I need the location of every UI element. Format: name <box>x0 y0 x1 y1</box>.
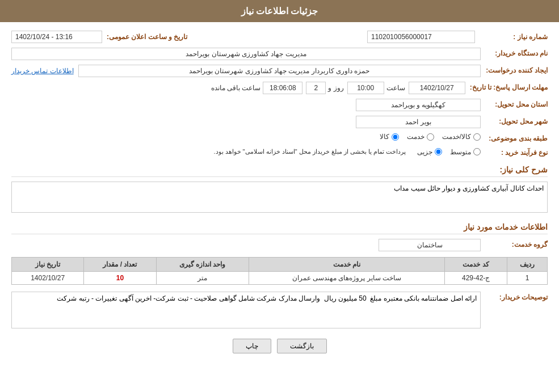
nam-dastgah-label: نام دستگاه خریدار: <box>495 49 548 57</box>
print-button[interactable]: چاپ <box>233 339 271 353</box>
radio-motovaset-input[interactable] <box>473 148 481 155</box>
radio-motovaset[interactable]: متوسط <box>450 148 481 156</box>
note-farayand: پرداخت تمام یا بخشی از مبلغ خریداز محل "… <box>213 147 406 157</box>
ostan-label: استان محل تحویل: <box>495 100 548 108</box>
col-radif: ردیف <box>507 257 547 271</box>
services-table-section: ردیف کد خدمت نام خدمت واحد اندازه گیری ت… <box>11 257 548 285</box>
shahr-value: بویر احمد <box>356 116 481 128</box>
cell-qty: 10 <box>84 271 156 284</box>
page-header: جزئیات اطلاعات نیاز <box>0 0 559 22</box>
shahr-label: شهر محل تحویل: <box>499 117 548 125</box>
tosif-label: توصیحات خریدار: <box>499 293 548 301</box>
cell-name: ساخت سایر پروژه‌های مهندسی عمران <box>249 271 445 284</box>
radio-kala[interactable]: کالا <box>380 133 399 141</box>
ostan-value: کهگیلویه و بویراحمد <box>356 99 481 111</box>
cell-code: ج-42-429 <box>445 271 507 284</box>
radio-motovaset-label: متوسط <box>450 148 471 156</box>
col-date: تاریخ نیاز <box>12 257 84 271</box>
col-name: نام خدمت <box>249 257 445 271</box>
action-buttons: بازگشت چاپ <box>11 339 548 353</box>
tarikh-value: 1402/10/27 <box>409 82 465 94</box>
rooz-value: 2 <box>306 82 326 94</box>
radio-jozi[interactable]: جزیی <box>417 148 442 156</box>
page-title: جزئیات اطلاعات نیاز <box>241 6 318 16</box>
navoe-radio-group: متوسط جزیی <box>417 148 481 156</box>
gorooh-label: گروه خدمت: <box>512 241 548 248</box>
gorooh-value: ساختمان <box>379 239 481 251</box>
ijad-konande-value: حمزه داوری کاربردار مدیریت جهاد کشاورزی … <box>78 65 481 77</box>
tabagheh-label: طبقه بندی موضوعی: <box>489 134 548 142</box>
col-qty: تعداد / مقدار <box>84 257 156 271</box>
ijad-konande-label: ایجاد کننده درخواست: <box>486 66 548 74</box>
shomara-niaz-value: 1102010056000017 <box>367 31 475 43</box>
radio-kala-input[interactable] <box>392 133 399 141</box>
table-row: 1 ج-42-429 ساخت سایر پروژه‌های مهندسی عم… <box>12 271 548 284</box>
radio-khadamat-input[interactable] <box>427 133 434 141</box>
sharh-value[interactable] <box>11 182 548 213</box>
radio-kala-khadamat-input[interactable] <box>473 133 481 141</box>
cell-date: 1402/10/27 <box>12 271 84 284</box>
tarikh-saaat-label: تاریخ و ساعت اعلان عمومی: <box>107 33 187 41</box>
saat-mande-label: ساعت باقی مانده <box>211 84 261 92</box>
rooz-label: روز و <box>328 84 343 92</box>
shomara-niaz-label: شماره نیاز : <box>480 33 548 41</box>
radio-khadamat-label: خدمت <box>407 133 424 141</box>
radio-kala-khadamat[interactable]: کالا/خدمت <box>442 133 481 141</box>
sharh-section-title: شرح کلی نیاز: <box>11 165 548 177</box>
khadamat-section-title: اطلاعات خدمات مورد نیاز <box>11 222 548 234</box>
etelaeat-tamas-link[interactable]: اطلاعات تماس خریدار <box>11 67 74 75</box>
tarikh-saaat-value: 1402/10/24 - 13:16 <box>11 31 102 43</box>
nam-dastgah-value: مدیریت جهاد کشاورزی شهرستان بویراحمد <box>11 48 481 60</box>
mohlat-label: مهلت ارسال پاسخ: تا تاریخ: <box>470 83 548 91</box>
radio-jozi-input[interactable] <box>435 148 442 155</box>
tabagheh-radio-group: کالا/خدمت خدمت کالا <box>11 133 481 141</box>
tosif-value[interactable] <box>11 292 481 328</box>
back-button[interactable]: بازگشت <box>277 339 327 353</box>
col-code: کد خدمت <box>445 257 507 271</box>
navoe-label: نوع فرآیند خرید : <box>501 149 548 157</box>
radio-kala-khadamat-label: کالا/خدمت <box>442 133 471 141</box>
saat-label: ساعت <box>386 84 405 92</box>
cell-unit: متر <box>156 271 249 284</box>
radio-khadamat[interactable]: خدمت <box>407 133 434 141</box>
col-unit: واحد اندازه گیری <box>156 257 249 271</box>
cell-radif: 1 <box>507 271 547 284</box>
services-table: ردیف کد خدمت نام خدمت واحد اندازه گیری ت… <box>11 257 548 285</box>
radio-kala-label: کالا <box>380 133 389 141</box>
saat-mande-value: 18:06:08 <box>263 82 302 94</box>
saat-value: 10:00 <box>347 82 384 94</box>
radio-jozi-label: جزیی <box>417 148 432 156</box>
